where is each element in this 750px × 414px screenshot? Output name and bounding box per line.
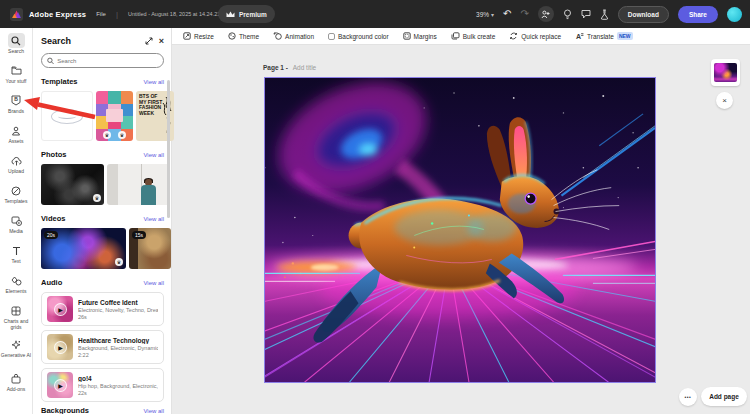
deselect-button[interactable]: ×	[716, 92, 733, 109]
ideas-button[interactable]	[563, 9, 572, 20]
bulk-create-button[interactable]: Bulk create	[451, 32, 496, 40]
backgrounds-heading: Backgrounds	[41, 406, 143, 414]
templates-icon	[8, 183, 25, 198]
audio-track-card[interactable]: ▶ Healthcare Technology Background, Elec…	[41, 330, 164, 364]
quick-replace-icon	[509, 32, 518, 40]
background-color-button[interactable]: Background color	[328, 33, 389, 40]
sidebar-item-text[interactable]: Text	[0, 243, 33, 273]
beta-labs-button[interactable]	[600, 9, 609, 20]
audio-thumbnail: ▶	[47, 334, 73, 360]
sidebar-item-your-stuff[interactable]: Your stuff	[0, 63, 33, 93]
page-thumbnail[interactable]	[711, 59, 740, 86]
brand-badge-icon: B	[8, 93, 25, 108]
top-bar: Adobe Express File | Untitled - August 1…	[0, 0, 750, 28]
play-icon[interactable]: ▶	[54, 379, 67, 392]
sidebar-rail: Search Your stuff B Brands Assets Upload…	[0, 28, 33, 414]
crown-icon	[226, 11, 235, 18]
search-input[interactable]	[57, 58, 158, 64]
quick-replace-button[interactable]: Quick replace	[509, 32, 561, 40]
templates-view-all-link[interactable]: View all	[143, 79, 164, 85]
audio-duration: 2:22	[78, 352, 158, 358]
templates-heading: Templates	[41, 77, 143, 86]
margins-button[interactable]: Margins	[403, 32, 437, 40]
sidebar-item-media[interactable]: Media	[0, 213, 33, 243]
zoom-level-control[interactable]: 39% ▾	[476, 11, 494, 18]
sidebar-item-elements[interactable]: Elements	[0, 273, 33, 303]
redo-button[interactable]: ↷	[520, 9, 528, 19]
sidebar-item-add-ons[interactable]: Add-ons	[0, 371, 33, 401]
backgrounds-view-all-link[interactable]: View all	[143, 408, 164, 414]
bulk-create-icon	[451, 32, 460, 40]
sidebar-item-search[interactable]: Search	[0, 33, 33, 63]
expand-panel-icon[interactable]	[145, 37, 153, 45]
more-icon: •••	[685, 394, 692, 400]
sidebar-item-brands[interactable]: B Brands	[0, 93, 33, 123]
video-thumbnail-neon-abstract[interactable]: 20s ♛	[41, 228, 126, 269]
comment-bubble-icon	[581, 9, 591, 19]
comments-button[interactable]	[581, 9, 591, 19]
new-badge: NEW	[617, 32, 633, 40]
share-button[interactable]: Share	[678, 6, 718, 23]
audio-heading: Audio	[41, 278, 143, 287]
template-thumbnail-logo[interactable]	[41, 91, 93, 141]
media-icon	[8, 213, 25, 228]
panel-scrollbar[interactable]	[167, 80, 170, 218]
audio-track-card[interactable]: ▶ Future Coffee Ident Electronic, Novelt…	[41, 292, 164, 326]
animation-button[interactable]: Animation	[273, 32, 314, 40]
addons-icon	[8, 371, 25, 386]
resize-button[interactable]: Resize	[183, 32, 214, 40]
audio-title: go!4	[78, 375, 158, 382]
undo-button[interactable]: ↶	[503, 9, 511, 19]
videos-view-all-link[interactable]: View all	[143, 216, 164, 222]
photos-view-all-link[interactable]: View all	[143, 152, 164, 158]
play-icon[interactable]: ▶	[54, 341, 67, 354]
invite-people-button[interactable]	[538, 6, 554, 22]
audio-view-all-link[interactable]: View all	[143, 280, 164, 286]
audio-duration: 22s	[78, 390, 158, 396]
elements-icon	[8, 273, 25, 288]
page-title-row[interactable]: Page 1 - Add title	[263, 64, 316, 71]
person-icon	[8, 123, 25, 138]
theme-button[interactable]: Theme	[228, 32, 259, 40]
person-add-icon	[541, 10, 550, 19]
audio-tags: Electronic, Novelty, Techno, Dreamy...	[78, 307, 158, 313]
add-page-button[interactable]: Add page	[701, 387, 747, 406]
premium-button[interactable]: Premium	[218, 5, 275, 23]
sidebar-item-upload[interactable]: Upload	[0, 153, 33, 183]
video-duration-badge: 15s	[132, 231, 146, 239]
premium-badge-icon: ♛	[118, 131, 126, 139]
photo-thumbnail-healthcare-worker[interactable]	[107, 164, 170, 205]
audio-track-card[interactable]: ▶ go!4 Hip hop, Background, Electronic, …	[41, 368, 164, 402]
avatar[interactable]	[727, 7, 742, 22]
photos-heading: Photos	[41, 150, 143, 159]
svg-text:B: B	[14, 96, 18, 102]
text-icon	[8, 243, 25, 258]
add-title-placeholder[interactable]: Add title	[293, 64, 317, 71]
photo-thumbnail-dark-abstract[interactable]: ♛	[41, 164, 104, 205]
play-icon[interactable]: ▶	[54, 303, 67, 316]
sparkle-icon	[8, 337, 25, 352]
audio-thumbnail: ▶	[47, 372, 73, 398]
chevron-down-icon: ▾	[491, 11, 494, 18]
lightbulb-icon	[563, 9, 572, 20]
close-panel-icon[interactable]: ×	[159, 36, 164, 46]
video-thumbnail-vintage-art[interactable]: 15s	[129, 228, 171, 269]
app-name: Adobe Express	[29, 10, 86, 19]
artboard[interactable]	[264, 77, 656, 383]
template-thumbnail-people-poster[interactable]: ♛ ♛	[96, 91, 133, 141]
sidebar-item-assets[interactable]: Assets	[0, 123, 33, 153]
premium-badge-icon: ♛	[115, 258, 123, 266]
page-thumbnail-image	[714, 63, 737, 82]
download-button[interactable]: Download	[618, 6, 669, 23]
flask-icon	[600, 9, 609, 20]
document-title[interactable]: Untitled - August 18, 2025 at 14.24.21	[128, 11, 220, 17]
sidebar-item-generative-ai[interactable]: Generative AI	[0, 337, 33, 371]
translate-icon: A	[575, 32, 584, 40]
more-options-button[interactable]: •••	[679, 388, 697, 406]
translate-button[interactable]: A Translate NEW	[575, 32, 633, 40]
file-menu[interactable]: File	[96, 11, 106, 17]
sidebar-item-templates[interactable]: Templates	[0, 183, 33, 213]
folder-icon	[8, 63, 25, 78]
sidebar-item-charts-and-grids[interactable]: Charts and grids	[0, 303, 33, 337]
animation-icon	[273, 32, 282, 40]
